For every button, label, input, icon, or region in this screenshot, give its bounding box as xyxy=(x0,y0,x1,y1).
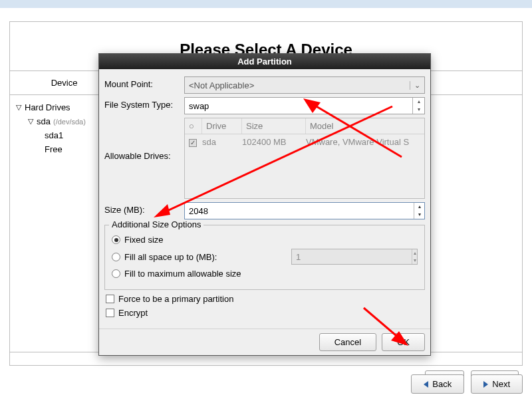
radio-label: Fill all space up to (MB): xyxy=(124,252,217,262)
checkbox-icon[interactable] xyxy=(106,295,114,303)
triangle-down-icon[interactable]: ▽ xyxy=(14,103,23,112)
add-partition-dialog: Add Partition Mount Point: ⌄ File System… xyxy=(98,53,431,356)
checkbox-encrypt[interactable]: Encrypt xyxy=(106,308,424,318)
fs-type-combo[interactable]: ▴▾ xyxy=(184,97,425,114)
chevron-down-icon[interactable]: ⌄ xyxy=(410,81,424,90)
chevron-up-icon[interactable]: ▴ xyxy=(412,249,417,257)
chevron-up-icon[interactable]: ▴ xyxy=(414,203,424,211)
chevron-down-icon[interactable]: ▾ xyxy=(414,211,424,219)
tree-label-path: (/dev/sda) xyxy=(53,118,86,126)
fill-up-to-spinner[interactable]: ▴▾ xyxy=(412,249,417,264)
column-header-drive[interactable]: Drive xyxy=(202,118,242,134)
radio-fixed-size[interactable]: Fixed size xyxy=(112,235,418,245)
chevron-up-icon[interactable]: ▴ xyxy=(413,98,424,106)
drive-name: sda xyxy=(202,137,242,147)
arrow-right-icon xyxy=(483,381,488,388)
drive-model: VMware, VMware Virtual S xyxy=(306,137,409,147)
drives-header: ○ Drive Size Model xyxy=(185,118,424,134)
ok-button[interactable]: OK xyxy=(382,333,425,351)
chevron-down-icon[interactable]: ▾ xyxy=(413,106,424,114)
tree-label: sda1 xyxy=(43,130,63,140)
drive-size: 102400 MB xyxy=(242,137,306,147)
radio-icon[interactable] xyxy=(112,235,120,244)
group-title: Additional Size Options xyxy=(109,219,203,229)
dialog-body: Mount Point: ⌄ File System Type: ▴▾ Allo… xyxy=(99,69,430,329)
checkbox-icon[interactable] xyxy=(106,309,114,317)
checkbox-icon[interactable]: ✓ xyxy=(189,139,197,147)
tree-label: Free xyxy=(43,144,63,154)
fill-up-to-field[interactable] xyxy=(292,249,412,264)
checkbox-label: Force to be a primary partition xyxy=(118,294,233,304)
size-field[interactable] xyxy=(185,203,414,219)
radio-fill-max[interactable]: Fill to maximum allowable size xyxy=(112,269,418,279)
chevron-down-icon[interactable]: ▾ xyxy=(412,257,417,264)
next-label: Next xyxy=(492,379,510,389)
mount-point-combo[interactable]: ⌄ xyxy=(184,76,425,94)
size-spinner[interactable]: ▴▾ xyxy=(414,203,424,219)
radio-label: Fill to maximum allowable size xyxy=(124,269,241,279)
nav-buttons: Back Next xyxy=(411,374,523,394)
radio-label: Fixed size xyxy=(124,235,164,245)
checkbox-force-primary[interactable]: Force to be a primary partition xyxy=(106,294,424,304)
column-header-size[interactable]: Size xyxy=(242,118,306,134)
tree-label: sda xyxy=(35,116,51,126)
column-header-model[interactable]: Model xyxy=(306,118,424,134)
triangle-down-icon[interactable]: ▽ xyxy=(26,117,35,126)
allowable-drives-list[interactable]: ○ Drive Size Model ✓ sda 102400 MB VMwar… xyxy=(184,118,425,199)
fs-type-input[interactable] xyxy=(185,98,412,114)
radio-fill-up-to[interactable]: Fill all space up to (MB): ▴▾ xyxy=(112,249,418,265)
label-fs-type: File System Type: xyxy=(104,97,184,110)
back-button[interactable]: Back xyxy=(411,374,464,394)
radio-icon[interactable] xyxy=(112,253,120,261)
size-input[interactable]: ▴▾ xyxy=(184,202,425,219)
dialog-title[interactable]: Add Partition xyxy=(99,54,430,69)
window-chrome-strip xyxy=(0,0,532,8)
fill-up-to-input[interactable]: ▴▾ xyxy=(291,249,418,265)
cancel-button[interactable]: Cancel xyxy=(319,333,376,351)
drive-row[interactable]: ✓ sda 102400 MB VMware, VMware Virtual S xyxy=(185,134,424,150)
column-header-check[interactable]: ○ xyxy=(185,118,202,134)
additional-size-options-group: Additional Size Options Fixed size Fill … xyxy=(104,225,425,290)
checkbox-label: Encrypt xyxy=(118,308,148,318)
back-label: Back xyxy=(432,379,452,389)
label-size: Size (MB): xyxy=(104,202,184,215)
radio-icon[interactable] xyxy=(112,269,120,278)
label-allowable-drives: Allowable Drives: xyxy=(104,118,184,161)
mount-point-input[interactable] xyxy=(185,77,410,93)
tree-label: Hard Drives xyxy=(23,102,70,112)
fs-type-spinner[interactable]: ▴▾ xyxy=(412,98,424,114)
label-mount-point: Mount Point: xyxy=(104,76,184,89)
next-button[interactable]: Next xyxy=(471,374,523,394)
arrow-left-icon xyxy=(424,381,428,388)
dialog-actions: Cancel OK xyxy=(99,329,430,355)
